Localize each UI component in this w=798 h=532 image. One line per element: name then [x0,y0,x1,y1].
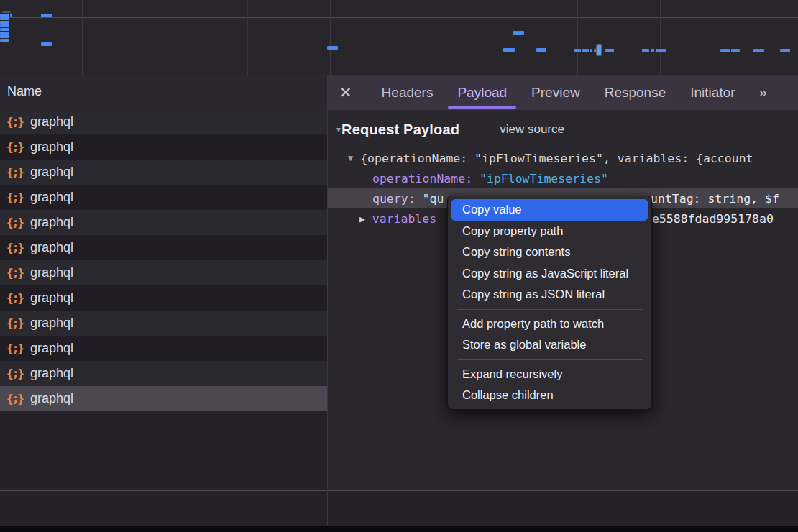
waterfall-bar[interactable] [656,49,666,52]
request-row[interactable]: {;}graphql [0,361,327,386]
menu-item-collapse-children[interactable]: Collapse children [451,385,648,406]
request-row[interactable]: {;}graphql [0,285,327,311]
json-braces-icon: {;} [6,316,23,330]
overview-gridline [247,0,248,75]
request-row[interactable]: {;}graphql [0,336,327,361]
json-braces-icon: {;} [6,392,23,405]
waterfall-bar[interactable] [536,48,546,52]
network-overview-strip[interactable] [0,0,798,75]
waterfall-bar[interactable] [582,49,589,52]
waterfall-bar[interactable] [513,31,524,35]
overview-gridline [330,0,331,75]
request-row[interactable]: {;}graphql [0,260,327,285]
request-name-label: graphql [30,215,73,230]
request-payload-section[interactable]: ▾ Request Payload view source [328,119,798,139]
waterfall-bar[interactable] [0,35,9,38]
bottom-strip [0,526,798,532]
request-name-label: graphql [30,114,73,129]
waterfall-bar[interactable] [0,39,9,42]
tab-headers[interactable]: Headers [382,75,434,110]
waterfall-bar[interactable] [590,49,592,52]
request-row[interactable]: {;}graphql [0,134,327,160]
request-row[interactable]: {;}graphql [0,185,327,210]
waterfall-bar[interactable] [651,49,654,52]
tab-preview[interactable]: Preview [531,75,580,110]
menu-item-copy-string-contents[interactable]: Copy string contents [451,242,648,263]
name-column-label: Name [7,84,42,99]
expand-triangle-icon[interactable]: ▶ [359,214,365,224]
menu-item-add-property-path-to-watch[interactable]: Add property path to watch [451,313,648,335]
menu-item-copy-property-path[interactable]: Copy property path [451,221,648,242]
footer-area [0,490,798,526]
menu-item-copy-string-as-javascript-literal[interactable]: Copy string as JavaScript literal [451,263,648,285]
pane-divider[interactable] [327,75,328,526]
json-braces-icon: {;} [6,367,23,380]
tab-label: Preview [531,85,580,101]
request-name-label: graphql [30,165,73,180]
request-name-label: graphql [30,366,73,381]
waterfall-bar[interactable] [574,49,581,52]
waterfall-bar[interactable] [41,42,52,46]
waterfall-bar[interactable] [0,17,9,20]
waterfall-bar[interactable] [0,28,9,31]
waterfall-bar[interactable] [10,14,12,17]
requests-pane: Name {;}graphql{;}graphql{;}graphql{;}gr… [0,75,327,490]
request-row[interactable]: {;}graphql [0,210,327,235]
menu-separator [457,309,643,310]
json-braces-icon: {;} [6,216,23,229]
waterfall-bar[interactable] [731,49,740,52]
waterfall-bar[interactable] [720,49,730,52]
request-name-label: graphql [30,190,73,205]
menu-item-expand-recursively[interactable]: Expand recursively [451,364,648,385]
close-icon[interactable]: ✕ [339,84,352,101]
json-braces-icon: {;} [6,191,23,204]
menu-item-store-as-global-variable[interactable]: Store as global variable [451,334,648,356]
variables-value-fragment: ee5588fdad995178a0 [645,212,774,226]
waterfall-bar[interactable] [327,46,338,50]
more-tabs-icon[interactable]: » [759,84,765,101]
request-name-label: graphql [30,391,73,406]
waterfall-bar[interactable] [41,14,52,17]
overview-gridline [660,0,661,75]
waterfall-hover-marker[interactable] [596,44,602,56]
tab-response[interactable]: Response [605,75,666,110]
json-braces-icon: {;} [6,115,23,129]
waterfall-bar[interactable] [780,49,790,52]
request-name-label: graphql [30,316,73,331]
expand-triangle-icon[interactable]: ▼ [348,153,353,163]
waterfall-bar[interactable] [642,49,649,52]
query-value-fragment: untTag: string, $f [651,192,779,206]
devtools-network-panel: Name {;}graphql{;}graphql{;}graphql{;}gr… [0,0,798,532]
waterfall-bar[interactable] [503,48,515,52]
request-row[interactable]: {;}graphql [0,160,327,185]
json-braces-icon: {;} [6,140,23,154]
section-collapse-icon[interactable]: ▾ [336,124,341,134]
request-row[interactable]: {;}graphql [0,235,327,260]
menu-item-copy-string-as-json-literal[interactable]: Copy string as JSON literal [451,284,648,306]
request-row[interactable]: {;}graphql [0,386,327,411]
request-name-label: graphql [30,240,73,255]
request-row[interactable]: {;}graphql [0,109,327,134]
tab-initiator[interactable]: Initiator [690,75,735,110]
waterfall-bar[interactable] [0,21,9,24]
waterfall-bar[interactable] [753,49,764,52]
waterfall-bar[interactable] [0,24,9,27]
waterfall-bar[interactable] [0,14,9,17]
request-row[interactable]: {;}graphql [0,311,327,336]
property-key: query: [372,192,416,206]
waterfall-bar[interactable] [605,49,614,52]
property-value: "qu [416,192,444,206]
waterfall-bar[interactable] [0,32,9,35]
tab-payload[interactable]: Payload [457,75,507,110]
payload-root-row[interactable]: ▼ {operationName: "ipFlowTimeseries", va… [328,148,798,168]
overview-gridline [413,0,413,75]
overview-horizontal-gridline [0,17,798,18]
view-source-link[interactable]: view source [500,122,564,137]
json-braces-icon: {;} [6,291,23,305]
waterfall-bar[interactable] [2,11,11,13]
request-name-label: graphql [30,265,73,280]
request-name-label: graphql [30,139,73,155]
operation-name-row[interactable]: operationName: "ipFlowTimeseries" [328,168,798,188]
menu-item-copy-value[interactable]: Copy value [451,199,648,221]
name-column-header[interactable]: Name [0,75,327,109]
